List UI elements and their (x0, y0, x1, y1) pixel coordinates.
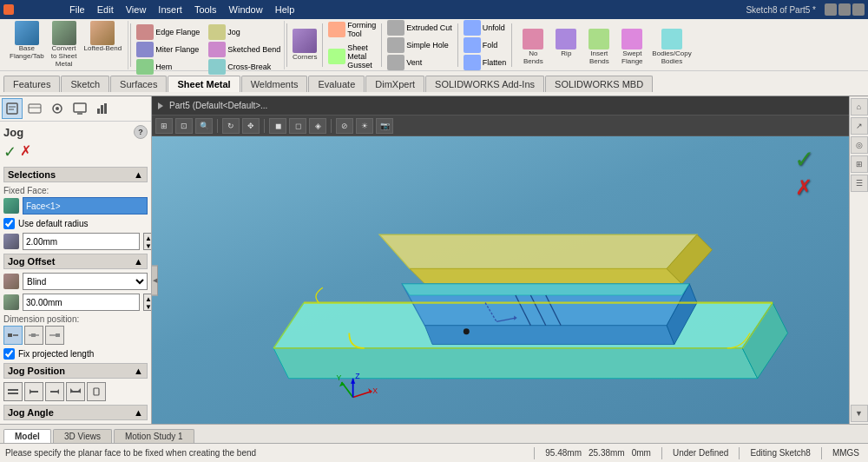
sketched-bend-label: Sketched Bend (227, 45, 280, 54)
view-cancel-x[interactable]: ✗ (795, 175, 812, 200)
menu-file[interactable]: File (64, 3, 90, 16)
jog-pos-btn-4[interactable] (66, 382, 85, 401)
btn-base-flange[interactable]: BaseFlange/Tab (7, 20, 47, 69)
radius-input[interactable] (23, 233, 140, 250)
btn-insert-bends[interactable]: InsertBends (583, 28, 615, 66)
tab-features[interactable]: Features (3, 76, 60, 92)
flatten-icon (464, 55, 481, 70)
bottom-tab-model[interactable]: Model (3, 429, 51, 443)
3d-canvas[interactable]: X Y Z ✓ ✗ ◀ (152, 136, 849, 424)
dim-pos-btn-1[interactable] (3, 326, 23, 345)
use-default-radius-checkbox[interactable] (3, 218, 15, 229)
tab-evaluate[interactable]: Evaluate (308, 76, 365, 92)
tab-weldments[interactable]: Weldments (241, 76, 308, 92)
view-tool-display[interactable]: ◈ (309, 118, 326, 134)
svg-marker-36 (379, 234, 697, 268)
panel-icon-property[interactable] (2, 98, 23, 119)
view-tool-rotate[interactable]: ↻ (222, 118, 240, 134)
svg-rect-6 (29, 104, 41, 113)
menu-edit[interactable]: Edit (92, 3, 119, 16)
right-btn-2[interactable]: ↗ (851, 117, 868, 135)
view-tool-shaded[interactable]: ◼ (269, 118, 286, 134)
jog-pos-btn-1[interactable] (3, 382, 23, 401)
offset-input[interactable] (23, 294, 140, 311)
view-confirm-check[interactable]: ✓ (794, 145, 814, 174)
help-btn[interactable]: ? (134, 125, 148, 139)
svg-rect-12 (97, 109, 100, 114)
fixed-face-input[interactable] (23, 197, 148, 214)
right-btn-5[interactable]: ☰ (851, 175, 868, 192)
tab-surfaces[interactable]: Surfaces (110, 76, 167, 92)
menu-bar: /> DS SOLIDWORKS File Edit View Insert T… (0, 0, 868, 19)
svg-rect-23 (8, 393, 18, 394)
jog-pos-btn-2[interactable] (24, 382, 43, 401)
bottom-tab-3d-views[interactable]: 3D Views (53, 429, 112, 443)
menu-insert[interactable]: Insert (153, 3, 187, 16)
jog-position-content (3, 382, 148, 401)
miter-flange-label: Miter Flange (155, 45, 199, 54)
btn-lofted-bend[interactable]: Lofted-Bend (82, 20, 125, 69)
jog-angle-section-header[interactable]: Jog Angle ▲ (3, 405, 148, 420)
view-tool-zoom-select[interactable]: ⊡ (175, 118, 193, 134)
menu-window[interactable]: Window (224, 3, 268, 16)
view-tool-zoom-fit[interactable]: ⊞ (155, 118, 173, 134)
svg-marker-37 (410, 268, 682, 283)
view-tool-section[interactable]: ⊘ (336, 118, 353, 134)
fix-projected-length-checkbox[interactable] (3, 348, 15, 360)
view-tool-pan[interactable]: ✥ (242, 118, 260, 134)
toolbar-separator2 (264, 119, 265, 133)
view-tool-cameras[interactable]: 📷 (376, 118, 393, 134)
offset-spinner[interactable]: ▲ ▼ (143, 294, 151, 311)
menu-view[interactable]: View (121, 3, 152, 16)
tab-add-ins[interactable]: SOLIDWORKS Add-Ins (425, 76, 544, 92)
fix-projected-length-label: Fix projected length (18, 349, 94, 359)
right-btn-bottom[interactable]: ▼ (851, 405, 868, 422)
view-tool-lights[interactable]: ☀ (356, 118, 373, 134)
panel-icon-list[interactable] (24, 98, 45, 119)
btn-rip[interactable]: Rip (550, 28, 582, 58)
fixed-face-label: Fixed Face: (3, 186, 148, 195)
panel-icon-chart[interactable] (92, 98, 113, 119)
confirm-jog-btn[interactable]: ✓ (3, 142, 16, 162)
jog-pos-btn-5[interactable] (87, 382, 106, 401)
tab-dimxpert[interactable]: DimXpert (365, 76, 424, 92)
tab-mbd[interactable]: SOLIDWORKS MBD (545, 76, 653, 92)
jog-title-row: Jog ? (3, 125, 148, 139)
btn-corners[interactable]: Corners (289, 23, 320, 67)
view-tool-wireframe[interactable]: ◻ (289, 118, 306, 134)
maximize-btn[interactable] (838, 3, 851, 16)
close-btn[interactable] (852, 3, 865, 16)
left-panel: Jog ? ✓ ✗ Selections ▲ Fixed Face: (0, 96, 152, 424)
blind-type-select[interactable]: Blind Up To Vertex Up To Surface (23, 273, 148, 290)
left-collapse-handle[interactable]: ◀ (152, 265, 158, 295)
dim-pos-btn-2[interactable] (24, 326, 43, 345)
status-z: 0mm (628, 448, 654, 458)
dim-pos-btn-3[interactable] (45, 326, 64, 345)
panel-icon-display[interactable] (69, 98, 90, 119)
btn-bodies-copy[interactable]: Bodies/CopyBodies (649, 28, 694, 66)
jog-offset-section-header[interactable]: Jog Offset ▲ (3, 254, 148, 269)
3d-scene-svg: X Y Z (152, 136, 849, 424)
right-btn-3[interactable]: ◎ (851, 136, 868, 154)
tab-sketch[interactable]: Sketch (61, 76, 109, 92)
jog-pos-btn-3[interactable] (45, 382, 64, 401)
bottom-tab-motion-study[interactable]: Motion Study 1 (114, 429, 194, 443)
jog-position-section-header[interactable]: Jog Position ▲ (3, 363, 148, 379)
status-bar: Please specify the planar face to be fix… (0, 443, 868, 462)
minimize-btn[interactable] (825, 3, 837, 16)
right-btn-4[interactable]: ⊞ (851, 155, 868, 173)
tab-sheet-metal[interactable]: Sheet Metal (168, 76, 240, 92)
btn-convert[interactable]: Convertto SheetMetal (49, 20, 80, 69)
menu-help[interactable]: Help (270, 3, 300, 16)
cancel-jog-btn[interactable]: ✗ (20, 142, 31, 162)
view-tool-zoom-in[interactable]: 🔍 (195, 118, 213, 134)
panel-icon-config[interactable] (47, 98, 68, 119)
btn-swept-flange[interactable]: SweptFlange (616, 28, 648, 66)
radius-spinner[interactable]: ▲ ▼ (143, 233, 151, 250)
selections-section-header[interactable]: Selections ▲ (3, 167, 148, 182)
right-btn-1[interactable]: ⌂ (851, 98, 868, 116)
fixed-face-row (3, 197, 148, 214)
menu-tools[interactable]: Tools (189, 3, 222, 16)
svg-rect-20 (56, 333, 60, 337)
btn-no-bends[interactable]: NoBends (517, 28, 549, 66)
